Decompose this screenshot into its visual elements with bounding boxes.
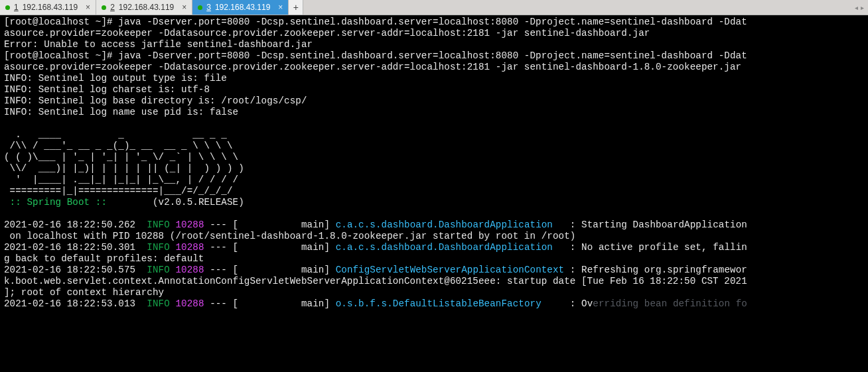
log-msg: : Starting DashboardApplication	[564, 219, 747, 230]
prompt: [root@localhost ~]#	[4, 50, 118, 61]
log-timestamp: 2021-02-16 18:22:53.013	[4, 298, 135, 309]
log-msg: g back to default profiles: default	[4, 253, 204, 264]
tab-2[interactable]: 2 192.168.43.119 ×	[96, 0, 192, 15]
log-level: INFO	[147, 242, 169, 253]
tab-number: 2	[110, 3, 115, 12]
scroll-right-icon[interactable]: ▸	[861, 4, 864, 11]
log-level: INFO	[147, 265, 169, 275]
info-line: INFO: Sentinel log base directory is: /r…	[4, 95, 307, 106]
log-logger: c.a.c.s.dashboard.DashboardApplication	[336, 219, 565, 230]
log-thread: --- [ main]	[204, 298, 336, 309]
close-icon[interactable]: ×	[278, 3, 283, 12]
prompt: [root@localhost ~]#	[4, 17, 118, 27]
log-msg: on localhost with PID 10288 (/root/senti…	[4, 231, 575, 241]
banner-line: ( ( )\___ | '_ | '_| | '_ \/ _` | \ \ \ …	[4, 152, 238, 162]
status-dot-icon	[198, 5, 202, 10]
status-dot-icon	[5, 5, 10, 10]
banner-line: =========|_|==============|___/=/_/_/_/	[4, 186, 233, 196]
status-dot-icon	[102, 5, 106, 10]
log-logger: ConfigServletWebServerApplicationContext	[336, 265, 565, 275]
log-msg: : No active profile set, fallin	[564, 242, 747, 253]
terminal-output[interactable]: [root@localhost ~]# java -Dserver.port=8…	[0, 15, 868, 372]
close-icon[interactable]: ×	[182, 3, 186, 12]
log-timestamp: 2021-02-16 18:22:50.262	[4, 219, 135, 230]
log-timestamp: 2021-02-16 18:22:50.575	[4, 265, 135, 275]
command-text: java -Dserver.port=8080 -Dcsp.sentinel.d…	[118, 50, 747, 61]
log-thread: --- [ main]	[204, 242, 336, 253]
add-tab-button[interactable]: +	[289, 0, 303, 15]
log-pid: 10288	[175, 298, 204, 309]
spring-boot-label: :: Spring Boot ::	[4, 197, 107, 208]
log-msg: ]; root of context hierarchy	[4, 287, 164, 298]
command-text: asource.provider=zookeeper -Ddatasource.…	[4, 28, 650, 38]
scroll-left-icon[interactable]: ◂	[855, 4, 858, 11]
tab-scroll-controls: ◂ ▸	[851, 4, 868, 11]
tab-3[interactable]: 3 192.168.43.119 ×	[192, 0, 289, 15]
spring-boot-version: (v2.0.5.RELEASE)	[107, 197, 244, 208]
info-line: INFO: Sentinel log name use pid is: fals…	[4, 107, 238, 117]
log-msg: k.boot.web.servlet.context.AnnotationCon…	[4, 276, 747, 286]
log-thread: --- [ main]	[204, 219, 336, 230]
tab-number: 1	[14, 3, 19, 12]
log-pid: 10288	[175, 265, 204, 275]
tab-number: 3	[206, 3, 211, 12]
watermark-overlay: erriding bean definition fo	[593, 298, 747, 309]
tab-label: 192.168.43.119	[23, 3, 78, 12]
log-thread: --- [ main]	[204, 265, 336, 275]
info-line: INFO: Sentinel log output type is: file	[4, 73, 227, 84]
error-line: Error: Unable to access jarfile sentinel…	[4, 39, 313, 50]
tab-label: 192.168.43.119	[119, 3, 174, 12]
tab-label: 192.168.43.119	[215, 3, 270, 12]
log-pid: 10288	[175, 242, 204, 253]
log-level: INFO	[147, 219, 169, 230]
log-pid: 10288	[175, 219, 204, 230]
log-logger: c.a.c.s.dashboard.DashboardApplication	[336, 242, 565, 253]
tab-bar: 1 192.168.43.119 × 2 192.168.43.119 × 3 …	[0, 0, 868, 15]
command-text: java -Dserver.port=8080 -Dcsp.sentinel.d…	[118, 17, 747, 27]
info-line: INFO: Sentinel log charset is: utf-8	[4, 84, 210, 95]
tab-1[interactable]: 1 192.168.43.119 ×	[0, 0, 96, 15]
banner-line: /\\ / ___'_ __ _ _(_)_ __ __ _ \ \ \ \	[4, 141, 233, 151]
command-text: asource.provider=zookeeper -Ddatasource.…	[4, 62, 741, 72]
log-level: INFO	[147, 298, 169, 309]
log-logger: o.s.b.f.s.DefaultListableBeanFactory	[336, 298, 565, 309]
close-icon[interactable]: ×	[86, 3, 90, 12]
banner-line: . ____ _ __ _ _	[4, 129, 227, 140]
log-msg: : Ov	[564, 298, 593, 309]
log-timestamp: 2021-02-16 18:22:50.301	[4, 242, 135, 253]
banner-line: ' |____| .__|_| |_|_| |_\__, | / / / /	[4, 174, 238, 185]
log-msg: : Refreshing org.springframewor	[564, 265, 747, 275]
banner-line: \\/ ___)| |_)| | | | | || (_| | ) ) ) )	[4, 163, 244, 174]
